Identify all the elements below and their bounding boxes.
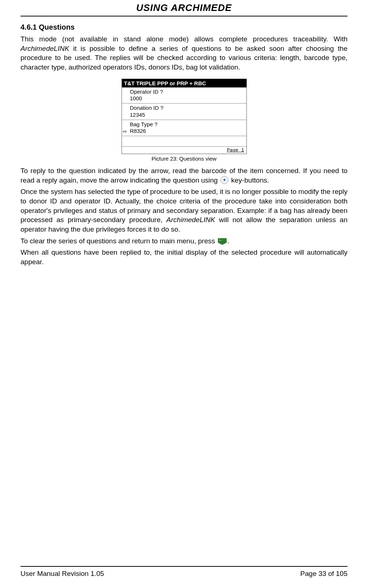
text: To reply to the question indicated by th… bbox=[21, 167, 347, 184]
qv-titlebar: T&T TRIPLE PPP or PRP + RBC bbox=[122, 79, 246, 87]
text: it is possible to define a series of que… bbox=[21, 45, 347, 71]
esc-key-icon: Esc bbox=[218, 238, 227, 245]
paragraph: When all questions have been replied to,… bbox=[21, 248, 347, 266]
svg-text:Esc: Esc bbox=[219, 239, 222, 241]
paragraph: Once the system has selected the type of… bbox=[21, 187, 347, 234]
text: This mode (not available in stand alone … bbox=[21, 35, 347, 43]
qv-answer: R8326 bbox=[130, 128, 146, 134]
page-title: USING ARCHIMEDE bbox=[21, 0, 347, 16]
figure-questions-view: T&T TRIPLE PPP or PRP + RBC Operator ID … bbox=[21, 79, 347, 154]
qv-answer: 12345 bbox=[130, 112, 145, 118]
qv-row-donation: Donation ID ? 12345 bbox=[122, 104, 246, 120]
arrow-right-icon: ⇨ bbox=[123, 128, 127, 135]
paragraph: To reply to the question indicated by th… bbox=[21, 166, 347, 185]
qv-blank-area bbox=[122, 136, 246, 146]
qv-row-bagtype: Bag Type ? ⇨ R8326 bbox=[122, 120, 246, 136]
questions-view-screenshot: T&T TRIPLE PPP or PRP + RBC Operator ID … bbox=[122, 79, 247, 154]
qv-question: Bag Type ? bbox=[130, 121, 158, 127]
page-footer: User Manual Revision 1.05 Page 33 of 105 bbox=[21, 563, 347, 578]
qv-row-operator: Operator ID ? 1000 bbox=[122, 87, 246, 104]
text: key-buttons. bbox=[229, 176, 269, 184]
figure-caption: Picture 23: Questions view bbox=[21, 156, 347, 162]
divider bbox=[21, 16, 347, 16]
section-heading: 4.6.1 Questions bbox=[21, 23, 347, 31]
text: . bbox=[227, 237, 229, 245]
qv-answer: 1000 bbox=[130, 95, 142, 101]
text: To clear the series of questions and ret… bbox=[21, 237, 217, 245]
paragraph: To clear the series of questions and ret… bbox=[21, 236, 347, 246]
divider bbox=[21, 566, 347, 567]
paragraph: This mode (not available in stand alone … bbox=[21, 34, 347, 72]
qv-question: Donation ID ? bbox=[130, 105, 164, 111]
product-name: ArchimedeLINK bbox=[21, 45, 69, 52]
navigation-key-icon bbox=[220, 176, 228, 184]
product-name: ArchimedeLINK bbox=[166, 216, 215, 224]
footer-revision: User Manual Revision 1.05 bbox=[21, 570, 104, 578]
qv-question: Operator ID ? bbox=[130, 89, 163, 95]
footer-page-number: Page 33 of 105 bbox=[300, 570, 347, 578]
qv-page-indicator: Page 1 bbox=[122, 146, 246, 154]
